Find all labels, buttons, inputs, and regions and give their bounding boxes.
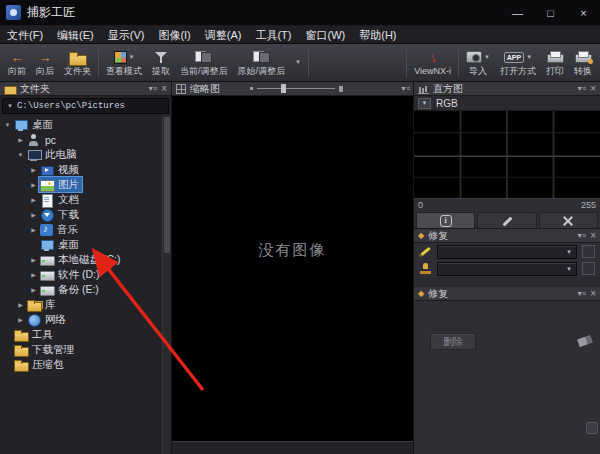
diamond-icon: ◆ xyxy=(418,290,424,298)
panel-close-icon[interactable]: × xyxy=(161,84,167,94)
forward-button[interactable]: → 向后 xyxy=(31,45,59,80)
convert-button[interactable]: 转换 xyxy=(569,45,597,80)
tree-item-tools[interactable]: 工具 xyxy=(0,327,171,342)
minimize-button[interactable]: — xyxy=(501,0,534,25)
panel-menu-icon[interactable]: ▼≡ xyxy=(576,85,585,92)
tree-item-content: 本地磁盘 (C:) xyxy=(39,252,123,267)
delete-button[interactable]: 删除 xyxy=(430,333,476,350)
toolbar-separator xyxy=(308,48,309,77)
open-with-button[interactable]: APP▼ 打开方式 xyxy=(495,45,541,80)
menu-item-2[interactable]: 显示(V) xyxy=(101,26,152,44)
panel-grip[interactable] xyxy=(586,422,598,434)
menu-item-5[interactable]: 工具(T) xyxy=(248,26,298,44)
tree-item-desktop[interactable]: ▼桌面 xyxy=(0,117,171,132)
extract-label: 提取 xyxy=(152,67,170,76)
tree-item-pc-user[interactable]: ▶pc xyxy=(0,132,171,147)
tab-edit[interactable] xyxy=(477,212,536,228)
expander-icon[interactable]: ▶ xyxy=(15,136,26,143)
menu-item-7[interactable]: 帮助(H) xyxy=(352,26,403,44)
back-button[interactable]: ← 向前 xyxy=(3,45,31,80)
panel-close-icon[interactable]: × xyxy=(590,84,596,94)
brush-option-box[interactable] xyxy=(582,245,595,258)
menu-item-1[interactable]: 编辑(E) xyxy=(50,26,101,44)
network-icon xyxy=(27,314,41,326)
tree-item-downloads[interactable]: ▶下载 xyxy=(0,207,171,222)
folder-icon xyxy=(4,84,16,94)
window-title: 捕影工匠 xyxy=(27,4,75,21)
panel-close-icon[interactable]: × xyxy=(590,231,596,241)
expander-icon[interactable]: ▶ xyxy=(28,271,39,278)
tree-item-label: 库 xyxy=(45,298,56,312)
slider-min-tick xyxy=(250,87,253,90)
expander-icon[interactable]: ▶ xyxy=(15,316,26,323)
tree-item-disk-d[interactable]: ▶软件 (D:) xyxy=(0,267,171,282)
address-dropdown-icon[interactable]: ▼ xyxy=(7,103,13,109)
channel-label: RGB xyxy=(436,98,458,109)
current-adjusted-button[interactable]: 当前/调整后 xyxy=(175,45,233,80)
folder-icon xyxy=(69,51,86,64)
expander-icon[interactable]: ▶ xyxy=(15,301,26,308)
expander-icon[interactable]: ▶ xyxy=(28,286,39,293)
tree-item-pictures[interactable]: ▶图片 xyxy=(0,177,171,192)
tree-item-this-pc[interactable]: ▼此电脑 xyxy=(0,147,171,162)
print-button[interactable]: 打印 xyxy=(541,45,569,80)
tab-info[interactable]: i xyxy=(416,212,475,228)
panel-gap xyxy=(414,277,600,287)
side-panel-tabs: i xyxy=(414,211,600,229)
panel-menu-icon[interactable]: ▼≡ xyxy=(576,232,585,239)
tree-scrollbar[interactable] xyxy=(162,115,171,454)
expander-icon[interactable]: ▼ xyxy=(15,152,26,158)
expander-icon[interactable]: ▶ xyxy=(28,256,39,263)
viewnx-button[interactable]: ↓ ViewNX-i xyxy=(409,45,456,80)
tree-item-music[interactable]: ▶音乐 xyxy=(0,222,171,237)
tree-item-disk-c[interactable]: ▶本地磁盘 (C:) xyxy=(0,252,171,267)
stamp-option-box[interactable] xyxy=(582,262,595,275)
close-button[interactable]: × xyxy=(567,0,600,25)
channel-selector[interactable]: ▼ RGB xyxy=(414,96,600,111)
tree-item-disk-e[interactable]: ▶备份 (E:) xyxy=(0,282,171,297)
thumbnail-size-slider[interactable] xyxy=(250,86,343,92)
expander-icon[interactable]: ▶ xyxy=(28,211,39,218)
extract-button[interactable]: 提取 xyxy=(147,45,175,80)
slider-track[interactable] xyxy=(257,88,335,89)
menu-item-6[interactable]: 窗口(W) xyxy=(299,26,353,44)
slider-handle[interactable] xyxy=(281,84,286,93)
compare-options-dropdown[interactable]: ▼ xyxy=(290,45,306,80)
expander-icon[interactable]: ▶ xyxy=(28,226,39,233)
original-adjusted-button[interactable]: 原始/调整后 xyxy=(233,45,291,80)
scrollbar-thumb[interactable] xyxy=(164,117,170,253)
tree-item-documents[interactable]: ▶文档 xyxy=(0,192,171,207)
tree-item-archives[interactable]: 压缩包 xyxy=(0,357,171,372)
tree-item-network[interactable]: ▶网络 xyxy=(0,312,171,327)
address-bar[interactable]: ▼ C:\Users\pc\Pictures xyxy=(2,98,169,114)
menu-item-4[interactable]: 调整(A) xyxy=(198,26,249,44)
menu-item-3[interactable]: 图像(I) xyxy=(151,26,197,44)
maximize-button[interactable]: □ xyxy=(534,0,567,25)
tree-item-library[interactable]: ▶库 xyxy=(0,297,171,312)
thumbnail-area[interactable]: 没有图像 xyxy=(172,96,413,441)
expander-icon[interactable]: ▶ xyxy=(28,196,39,203)
panel-close-icon[interactable]: × xyxy=(590,289,596,299)
view-mode-button[interactable]: ▼ 查看模式 xyxy=(101,45,147,80)
diamond-icon: ◆ xyxy=(418,232,424,240)
import-button[interactable]: ▼ 导入 xyxy=(461,45,495,80)
tree-item-content: 软件 (D:) xyxy=(39,267,102,282)
brush-option-dropdown[interactable]: ▼ xyxy=(437,245,577,259)
expander-icon[interactable]: ▶ xyxy=(28,181,39,188)
tree-item-download-manager[interactable]: 下载管理 xyxy=(0,342,171,357)
expander-icon[interactable]: ▼ xyxy=(2,122,13,128)
menu-item-0[interactable]: 文件(F) xyxy=(0,26,50,44)
tab-tools[interactable] xyxy=(539,212,598,228)
toolbar-spacer xyxy=(311,45,404,80)
app-window: 捕影工匠 — □ × 文件(F)编辑(E)显示(V)图像(I)调整(A)工具(T… xyxy=(0,0,600,454)
tree-item-label: 视频 xyxy=(58,163,79,177)
user-icon xyxy=(27,134,41,146)
panel-menu-icon[interactable]: ▼≡ xyxy=(147,85,156,92)
panel-menu-icon[interactable]: ▼≡ xyxy=(576,290,585,297)
panel-menu-icon[interactable]: ▼≡ xyxy=(400,85,409,92)
tree-item-videos[interactable]: ▶视频 xyxy=(0,162,171,177)
folders-button[interactable]: 文件夹 xyxy=(59,45,96,80)
stamp-option-dropdown[interactable]: ▼ xyxy=(437,262,577,276)
expander-icon[interactable]: ▶ xyxy=(28,166,39,173)
tree-item-desktop-2[interactable]: 桌面 xyxy=(0,237,171,252)
